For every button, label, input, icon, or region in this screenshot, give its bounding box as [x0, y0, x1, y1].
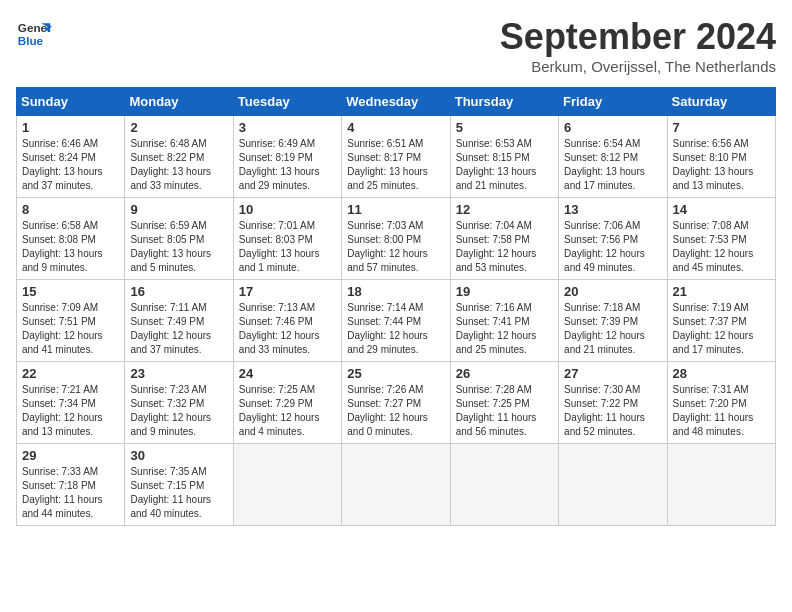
calendar-cell: 18Sunrise: 7:14 AM Sunset: 7:44 PM Dayli… [342, 280, 450, 362]
calendar-cell: 2Sunrise: 6:48 AM Sunset: 8:22 PM Daylig… [125, 116, 233, 198]
week-row-4: 29Sunrise: 7:33 AM Sunset: 7:18 PM Dayli… [17, 444, 776, 526]
day-number: 6 [564, 120, 661, 135]
day-number: 22 [22, 366, 119, 381]
day-number: 7 [673, 120, 770, 135]
calendar-cell: 9Sunrise: 6:59 AM Sunset: 8:05 PM Daylig… [125, 198, 233, 280]
weekday-header-friday: Friday [559, 88, 667, 116]
day-info: Sunrise: 7:08 AM Sunset: 7:53 PM Dayligh… [673, 219, 770, 275]
day-info: Sunrise: 6:56 AM Sunset: 8:10 PM Dayligh… [673, 137, 770, 193]
day-info: Sunrise: 7:28 AM Sunset: 7:25 PM Dayligh… [456, 383, 553, 439]
day-number: 1 [22, 120, 119, 135]
calendar-cell: 29Sunrise: 7:33 AM Sunset: 7:18 PM Dayli… [17, 444, 125, 526]
day-info: Sunrise: 6:48 AM Sunset: 8:22 PM Dayligh… [130, 137, 227, 193]
day-number: 4 [347, 120, 444, 135]
weekday-header-sunday: Sunday [17, 88, 125, 116]
calendar-subtitle: Berkum, Overijssel, The Netherlands [500, 58, 776, 75]
day-info: Sunrise: 7:31 AM Sunset: 7:20 PM Dayligh… [673, 383, 770, 439]
day-number: 25 [347, 366, 444, 381]
day-number: 19 [456, 284, 553, 299]
calendar-title: September 2024 [500, 16, 776, 58]
day-info: Sunrise: 7:06 AM Sunset: 7:56 PM Dayligh… [564, 219, 661, 275]
day-info: Sunrise: 6:54 AM Sunset: 8:12 PM Dayligh… [564, 137, 661, 193]
calendar-cell: 23Sunrise: 7:23 AM Sunset: 7:32 PM Dayli… [125, 362, 233, 444]
day-number: 5 [456, 120, 553, 135]
calendar-cell: 16Sunrise: 7:11 AM Sunset: 7:49 PM Dayli… [125, 280, 233, 362]
calendar-cell: 24Sunrise: 7:25 AM Sunset: 7:29 PM Dayli… [233, 362, 341, 444]
day-info: Sunrise: 6:53 AM Sunset: 8:15 PM Dayligh… [456, 137, 553, 193]
day-info: Sunrise: 7:04 AM Sunset: 7:58 PM Dayligh… [456, 219, 553, 275]
calendar-cell: 26Sunrise: 7:28 AM Sunset: 7:25 PM Dayli… [450, 362, 558, 444]
weekday-header-wednesday: Wednesday [342, 88, 450, 116]
day-info: Sunrise: 7:11 AM Sunset: 7:49 PM Dayligh… [130, 301, 227, 357]
day-number: 17 [239, 284, 336, 299]
day-info: Sunrise: 7:21 AM Sunset: 7:34 PM Dayligh… [22, 383, 119, 439]
day-number: 10 [239, 202, 336, 217]
calendar-cell: 4Sunrise: 6:51 AM Sunset: 8:17 PM Daylig… [342, 116, 450, 198]
calendar-cell: 25Sunrise: 7:26 AM Sunset: 7:27 PM Dayli… [342, 362, 450, 444]
week-row-2: 15Sunrise: 7:09 AM Sunset: 7:51 PM Dayli… [17, 280, 776, 362]
calendar-cell: 14Sunrise: 7:08 AM Sunset: 7:53 PM Dayli… [667, 198, 775, 280]
week-row-1: 8Sunrise: 6:58 AM Sunset: 8:08 PM Daylig… [17, 198, 776, 280]
day-number: 16 [130, 284, 227, 299]
day-info: Sunrise: 7:16 AM Sunset: 7:41 PM Dayligh… [456, 301, 553, 357]
week-row-0: 1Sunrise: 6:46 AM Sunset: 8:24 PM Daylig… [17, 116, 776, 198]
calendar-cell: 7Sunrise: 6:56 AM Sunset: 8:10 PM Daylig… [667, 116, 775, 198]
weekday-header-thursday: Thursday [450, 88, 558, 116]
calendar-cell: 15Sunrise: 7:09 AM Sunset: 7:51 PM Dayli… [17, 280, 125, 362]
day-info: Sunrise: 7:25 AM Sunset: 7:29 PM Dayligh… [239, 383, 336, 439]
calendar-cell: 1Sunrise: 6:46 AM Sunset: 8:24 PM Daylig… [17, 116, 125, 198]
day-number: 13 [564, 202, 661, 217]
calendar-cell: 10Sunrise: 7:01 AM Sunset: 8:03 PM Dayli… [233, 198, 341, 280]
logo-icon: General Blue [16, 16, 52, 52]
calendar-cell: 13Sunrise: 7:06 AM Sunset: 7:56 PM Dayli… [559, 198, 667, 280]
day-number: 20 [564, 284, 661, 299]
calendar-cell: 19Sunrise: 7:16 AM Sunset: 7:41 PM Dayli… [450, 280, 558, 362]
calendar-cell: 5Sunrise: 6:53 AM Sunset: 8:15 PM Daylig… [450, 116, 558, 198]
day-number: 2 [130, 120, 227, 135]
calendar-cell: 30Sunrise: 7:35 AM Sunset: 7:15 PM Dayli… [125, 444, 233, 526]
calendar-cell [450, 444, 558, 526]
calendar-cell [559, 444, 667, 526]
weekday-header-tuesday: Tuesday [233, 88, 341, 116]
day-info: Sunrise: 6:46 AM Sunset: 8:24 PM Dayligh… [22, 137, 119, 193]
day-number: 21 [673, 284, 770, 299]
day-number: 9 [130, 202, 227, 217]
day-info: Sunrise: 7:09 AM Sunset: 7:51 PM Dayligh… [22, 301, 119, 357]
calendar-cell: 6Sunrise: 6:54 AM Sunset: 8:12 PM Daylig… [559, 116, 667, 198]
day-number: 8 [22, 202, 119, 217]
day-info: Sunrise: 7:23 AM Sunset: 7:32 PM Dayligh… [130, 383, 227, 439]
day-number: 15 [22, 284, 119, 299]
calendar-cell: 27Sunrise: 7:30 AM Sunset: 7:22 PM Dayli… [559, 362, 667, 444]
calendar-cell [342, 444, 450, 526]
svg-text:Blue: Blue [18, 34, 44, 47]
day-info: Sunrise: 7:30 AM Sunset: 7:22 PM Dayligh… [564, 383, 661, 439]
day-number: 27 [564, 366, 661, 381]
day-info: Sunrise: 7:13 AM Sunset: 7:46 PM Dayligh… [239, 301, 336, 357]
day-info: Sunrise: 7:01 AM Sunset: 8:03 PM Dayligh… [239, 219, 336, 275]
calendar-cell [233, 444, 341, 526]
weekday-header-saturday: Saturday [667, 88, 775, 116]
day-info: Sunrise: 7:14 AM Sunset: 7:44 PM Dayligh… [347, 301, 444, 357]
day-number: 18 [347, 284, 444, 299]
calendar-table: SundayMondayTuesdayWednesdayThursdayFrid… [16, 87, 776, 526]
day-info: Sunrise: 7:26 AM Sunset: 7:27 PM Dayligh… [347, 383, 444, 439]
header: General Blue September 2024 Berkum, Over… [16, 16, 776, 75]
calendar-cell: 21Sunrise: 7:19 AM Sunset: 7:37 PM Dayli… [667, 280, 775, 362]
day-number: 26 [456, 366, 553, 381]
day-number: 14 [673, 202, 770, 217]
day-number: 24 [239, 366, 336, 381]
calendar-cell [667, 444, 775, 526]
day-number: 23 [130, 366, 227, 381]
weekday-header-monday: Monday [125, 88, 233, 116]
day-info: Sunrise: 7:18 AM Sunset: 7:39 PM Dayligh… [564, 301, 661, 357]
day-number: 30 [130, 448, 227, 463]
day-number: 12 [456, 202, 553, 217]
calendar-cell: 22Sunrise: 7:21 AM Sunset: 7:34 PM Dayli… [17, 362, 125, 444]
calendar-cell: 17Sunrise: 7:13 AM Sunset: 7:46 PM Dayli… [233, 280, 341, 362]
day-info: Sunrise: 7:33 AM Sunset: 7:18 PM Dayligh… [22, 465, 119, 521]
day-number: 3 [239, 120, 336, 135]
calendar-cell: 8Sunrise: 6:58 AM Sunset: 8:08 PM Daylig… [17, 198, 125, 280]
day-info: Sunrise: 7:19 AM Sunset: 7:37 PM Dayligh… [673, 301, 770, 357]
day-info: Sunrise: 6:51 AM Sunset: 8:17 PM Dayligh… [347, 137, 444, 193]
day-info: Sunrise: 6:58 AM Sunset: 8:08 PM Dayligh… [22, 219, 119, 275]
